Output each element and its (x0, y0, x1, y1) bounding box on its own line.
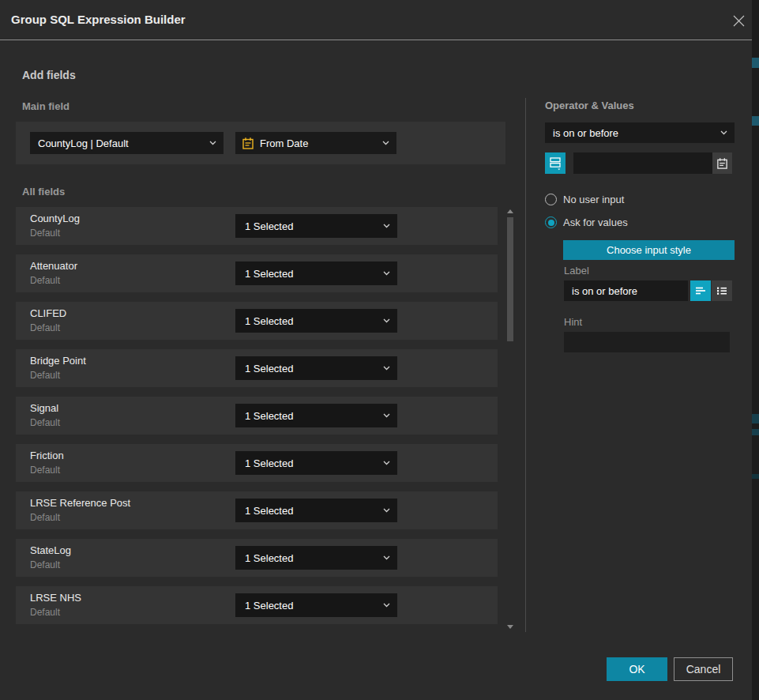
field-row: SignalDefault1 Selected (16, 397, 498, 435)
chevron-down-icon (383, 555, 390, 560)
selection-value: 1 Selected (245, 505, 293, 517)
radio-ask-for-values[interactable]: Ask for values (545, 216, 628, 228)
selection-value: 1 Selected (245, 552, 293, 564)
group-sql-expression-builder-dialog: Group SQL Expression Builder Add fields … (0, 0, 759, 700)
chevron-down-icon (383, 271, 390, 276)
field-row: LRSE NHSDefault1 Selected (16, 586, 498, 624)
main-field-dropdown[interactable]: From Date (235, 132, 396, 154)
field-row: FrictionDefault1 Selected (16, 444, 498, 482)
field-name: Signal (30, 402, 58, 414)
field-row: CLIFEDDefault1 Selected (16, 302, 498, 340)
calendar-icon (716, 157, 728, 170)
main-field-label: Main field (22, 100, 70, 112)
field-sublabel: Default (30, 512, 60, 523)
selection-value: 1 Selected (245, 410, 293, 422)
field-sublabel: Default (30, 322, 60, 333)
selection-value: 1 Selected (245, 220, 293, 232)
label-field-label: Label (564, 265, 589, 277)
main-field-value: From Date (260, 137, 308, 149)
label-input[interactable] (564, 280, 688, 301)
choose-input-style-button[interactable]: Choose input style (563, 240, 735, 260)
radio-no-user-input[interactable]: No user input (545, 194, 624, 205)
field-name: LRSE Reference Post (30, 497, 130, 509)
edge-fragment (752, 414, 759, 423)
field-row: Bridge PointDefault1 Selected (16, 349, 498, 387)
selection-value: 1 Selected (245, 363, 293, 374)
field-name: CLIFED (30, 307, 66, 319)
field-row: AttenuatorDefault1 Selected (16, 254, 498, 292)
all-fields-list: CountyLogDefault1 SelectedAttenuatorDefa… (16, 207, 498, 634)
scrollbar-down-arrow-icon[interactable] (507, 625, 513, 629)
field-selection-dropdown[interactable]: 1 Selected (235, 404, 397, 427)
dialog-title: Group SQL Expression Builder (11, 13, 186, 26)
field-sublabel: Default (30, 607, 60, 618)
chevron-down-icon (382, 141, 389, 145)
selection-value: 1 Selected (245, 457, 293, 469)
edge-fragment (752, 429, 759, 435)
field-name: CountyLog (30, 213, 80, 224)
cancel-button[interactable]: Cancel (674, 657, 733, 681)
field-selection-dropdown[interactable]: 1 Selected (235, 356, 397, 380)
close-icon[interactable] (727, 9, 750, 32)
field-selection-dropdown[interactable]: 1 Selected (235, 309, 397, 333)
field-sublabel: Default (30, 559, 60, 570)
field-sublabel: Default (30, 370, 60, 381)
unique-values-button[interactable] (545, 152, 565, 174)
field-name: StateLog (30, 544, 71, 556)
field-selection-dropdown[interactable]: 1 Selected (235, 499, 397, 522)
scrollbar-up-arrow-icon[interactable] (507, 209, 513, 213)
field-sublabel: Default (30, 417, 60, 428)
field-sublabel: Default (30, 275, 60, 286)
background-app-edge (752, 0, 759, 700)
selection-value: 1 Selected (245, 600, 293, 612)
field-selection-dropdown[interactable]: 1 Selected (235, 593, 397, 617)
field-row: CountyLogDefault1 Selected (16, 207, 498, 245)
field-name: Friction (30, 450, 64, 461)
scrollbar-thumb[interactable] (507, 217, 513, 341)
field-sublabel: Default (30, 228, 60, 239)
edge-fragment (752, 116, 759, 126)
ok-button[interactable]: OK (607, 657, 667, 681)
radio-selected-icon (545, 216, 557, 228)
selection-value: 1 Selected (245, 315, 293, 327)
radio-icon (545, 194, 557, 205)
field-name: LRSE NHS (30, 592, 81, 604)
field-row: StateLogDefault1 Selected (16, 539, 498, 577)
stacked-list-icon (548, 156, 562, 171)
field-selection-dropdown[interactable]: 1 Selected (235, 214, 397, 238)
date-picker-button[interactable] (712, 152, 732, 174)
chevron-down-icon (720, 130, 727, 135)
radio-ask-for-values-label: Ask for values (563, 216, 628, 228)
chevron-down-icon (383, 224, 390, 228)
selection-value: 1 Selected (245, 268, 293, 280)
field-row: LRSE Reference PostDefault1 Selected (16, 491, 498, 529)
main-field-panel: CountyLog | Default From Date (16, 122, 505, 164)
field-selection-dropdown[interactable]: 1 Selected (235, 546, 397, 570)
value-input[interactable] (573, 152, 712, 174)
bulleted-list-icon (716, 284, 728, 297)
operator-value: is on or before (553, 127, 618, 139)
chevron-down-icon (383, 461, 390, 465)
field-name: Attenuator (30, 260, 77, 272)
align-left-icon (694, 284, 707, 297)
radio-no-user-input-label: No user input (563, 194, 624, 205)
chevron-down-icon (383, 413, 390, 418)
label-style-list-button[interactable] (712, 280, 732, 301)
edge-fragment (752, 58, 759, 68)
calendar-icon (242, 137, 254, 150)
dialog-titlebar: Group SQL Expression Builder (0, 0, 752, 40)
operator-dropdown[interactable]: is on or before (545, 122, 735, 143)
chevron-down-icon (383, 603, 390, 608)
label-style-text-button[interactable] (690, 280, 711, 301)
operator-values-heading: Operator & Values (545, 100, 634, 111)
field-sublabel: Default (30, 465, 60, 476)
field-selection-dropdown[interactable]: 1 Selected (235, 262, 397, 285)
field-selection-dropdown[interactable]: 1 Selected (235, 451, 397, 475)
chevron-down-icon (383, 366, 390, 371)
hint-input[interactable] (564, 332, 730, 352)
edge-fragment (752, 474, 759, 479)
field-name: Bridge Point (30, 355, 86, 367)
main-layer-dropdown[interactable]: CountyLog | Default (30, 132, 224, 154)
chevron-down-icon (209, 141, 216, 145)
all-fields-label: All fields (22, 186, 65, 198)
